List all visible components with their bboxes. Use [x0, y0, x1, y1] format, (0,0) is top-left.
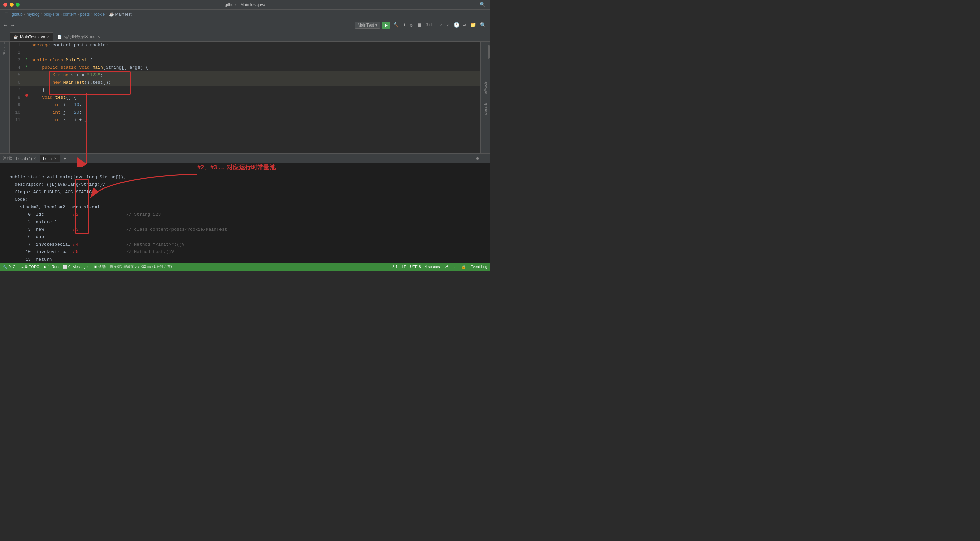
status-lf[interactable]: LF — [402, 265, 406, 269]
status-messages[interactable]: ⬜ 0: Messages — [63, 265, 89, 269]
reload-icon[interactable]: ↺ — [408, 21, 414, 29]
code-line-11: 11 int k = i + j — [10, 116, 480, 124]
status-terminal[interactable]: ▣ 终端 — [94, 264, 106, 269]
dropdown-arrow-icon: ▾ — [375, 23, 377, 27]
status-todo[interactable]: ≡ 6: TODO — [21, 265, 40, 269]
java-file-icon: ☕ — [13, 35, 18, 39]
code-line-4: 4 ▶ public static void main(String[] arg… — [10, 64, 480, 72]
terminal-content[interactable]: public static void main(java.lang.String… — [0, 163, 490, 263]
terminal-area: 终端: Local (4) ✕ Local ✕ + ⚙ — public sta… — [0, 153, 490, 263]
status-bar: 🔧 9: Git ≡ 6: TODO ▶ 4: Run ⬜ 0: Message… — [0, 263, 490, 270]
run-arrow-3[interactable]: ▶ — [25, 56, 27, 60]
code-line-1: 1 package content.posts.rookie; — [10, 41, 480, 49]
tab-runtime-label: 运行时数据区.md — [64, 34, 95, 40]
code-line-5: 5 String str = "123"; — [10, 72, 480, 79]
scroll-thumb[interactable] — [488, 45, 490, 59]
build-icon[interactable]: 🔨 — [392, 21, 400, 29]
breadcrumb-content[interactable]: content — [63, 12, 76, 17]
term-line-3: flags: ACC_PUBLIC, ACC_STATIC — [14, 189, 92, 195]
tab-bar: ☕ MainTest.java ✕ 📄 运行时数据区.md ✕ — [0, 31, 490, 41]
maximize-button[interactable] — [16, 3, 20, 7]
search-toolbar-icon[interactable]: 🔍 — [479, 21, 487, 29]
breakpoint-dot-8 — [25, 94, 28, 97]
breadcrumb-blog-site[interactable]: blog-site — [43, 12, 59, 17]
terminal-label: 终端: — [3, 156, 12, 161]
status-indent[interactable]: 4 spaces — [425, 265, 440, 269]
status-right: 8:1 LF UTF-8 4 spaces ⎇ main 🔒 Event Log — [392, 265, 487, 269]
status-compile-msg: 编译成功完成在 5 s 722 ms (1 分钟 之前) — [110, 264, 172, 269]
stop-icon[interactable]: ⏹ — [415, 22, 423, 29]
term-line-8: 3: new #3 // class content/posts/rookie/… — [28, 227, 227, 232]
code-line-7: 7 } — [10, 86, 480, 94]
term-line-2: descriptor: ([Ljava/lang/String;)V — [14, 182, 105, 187]
term-line-6: 0: ldc #2 // String 123 — [28, 212, 161, 217]
git-pull-icon[interactable]: ✓ — [445, 21, 450, 29]
term-line-4: Code: — [14, 197, 28, 202]
terminal-settings-icon[interactable]: ⚙ — [475, 155, 480, 162]
scrollbar[interactable] — [487, 41, 490, 153]
window-title: github – MainTest.java — [224, 2, 265, 7]
rollback-icon[interactable]: ↩ — [462, 21, 468, 29]
git-push-icon[interactable]: ✓ — [438, 21, 444, 29]
status-encoding[interactable]: UTF-8 — [410, 265, 421, 269]
breadcrumb-github[interactable]: github — [11, 12, 23, 17]
code-line-6: 6 new MainTest().test(); — [10, 79, 480, 86]
term-line-10: 7: invokespecial #4 // Method "<init>":(… — [28, 242, 185, 247]
code-line-10: 10 int j = 20; — [10, 109, 480, 116]
left-sidebar: Structure — [0, 41, 10, 153]
term-line-12: 13: return — [25, 257, 52, 262]
run-config-label: MainTest — [358, 23, 374, 27]
tab-close-local[interactable]: ✕ — [54, 156, 57, 160]
history-icon[interactable]: 🕐 — [452, 21, 461, 29]
tab-runtime-data[interactable]: 📄 运行时数据区.md ✕ — [53, 32, 104, 41]
md-file-icon: 📄 — [57, 35, 62, 39]
term-line-7: 2: astore_1 — [28, 220, 57, 224]
run-config-dropdown[interactable]: MainTest ▾ — [355, 22, 380, 29]
status-run[interactable]: ▶ 4: Run — [43, 265, 58, 269]
terminal-tab-local[interactable]: Local ✕ — [40, 155, 60, 162]
run-arrow-4[interactable]: ▶ — [25, 64, 27, 68]
sidebar-toggle-icon[interactable]: ☰ — [3, 11, 10, 18]
open-icon[interactable]: 📁 — [469, 21, 477, 29]
status-cursor[interactable]: 8:1 — [392, 265, 398, 269]
breadcrumb-rookie[interactable]: rookie — [94, 12, 105, 17]
tab-close-local4[interactable]: ✕ — [33, 156, 36, 160]
status-branch[interactable]: ⎇ main — [444, 265, 458, 269]
breadcrumb-posts[interactable]: posts — [80, 12, 90, 17]
toolbar: ← → MainTest ▾ ▶ 🔨 ⬇ ↺ ⏹ Git: ✓ ✓ 🕐 ↩ 📁 … — [0, 19, 490, 31]
window-controls[interactable] — [3, 3, 20, 7]
code-line-9: 9 int i = 10; — [10, 102, 480, 109]
term-line-5: stack=2, locals=2, args_size=1 — [20, 204, 100, 210]
close-button[interactable] — [3, 3, 8, 7]
vcs-icon[interactable]: Git: — [424, 22, 437, 28]
term-line-1: public static void main(java.lang.String… — [10, 175, 126, 180]
status-event-log[interactable]: Event Log — [470, 265, 487, 269]
structure-icon[interactable]: Structure — [1, 43, 8, 50]
terminal-tab-add[interactable]: + — [61, 155, 69, 162]
code-line-8: 8 void test() { — [10, 94, 480, 102]
terminal-minimize-icon[interactable]: — — [482, 155, 487, 162]
editor-pane[interactable]: 1 package content.posts.rookie; 2 3 ▶ pu… — [10, 41, 480, 153]
breadcrumb: ☰ github › myblog › blog-site › content … — [0, 10, 490, 19]
breadcrumb-myblog[interactable]: myblog — [27, 12, 40, 17]
breadcrumb-file-icon: ☕ — [109, 12, 114, 17]
minimize-button[interactable] — [10, 3, 14, 7]
title-bar: github – MainTest.java 🔍 — [0, 0, 490, 10]
search-icon[interactable]: 🔍 — [478, 1, 487, 8]
run-button[interactable]: ▶ — [382, 22, 390, 29]
term-line-9: 6: dup — [28, 234, 44, 240]
title-bar-right: 🔍 — [478, 1, 487, 8]
back-icon[interactable]: ← — [3, 22, 8, 29]
annotation-text: #2、#3 … 对应运行时常量池 — [197, 163, 275, 172]
step-over-icon[interactable]: ⬇ — [401, 21, 407, 29]
terminal-tab-bar: 终端: Local (4) ✕ Local ✕ + ⚙ — — [0, 154, 490, 163]
tab-maintest[interactable]: ☕ MainTest.java ✕ — [10, 32, 53, 41]
tab-maintest-label: MainTest.java — [20, 35, 45, 40]
terminal-tab-local4[interactable]: Local (4) ✕ — [13, 155, 39, 162]
forward-icon[interactable]: → — [10, 22, 15, 29]
tab-close-runtime[interactable]: ✕ — [97, 35, 100, 39]
status-git[interactable]: 🔧 9: Git — [3, 265, 18, 269]
run-icon: ▶ — [385, 23, 388, 27]
status-lock-icon: 🔒 — [461, 265, 466, 269]
tab-close-maintest[interactable]: ✕ — [47, 35, 50, 39]
